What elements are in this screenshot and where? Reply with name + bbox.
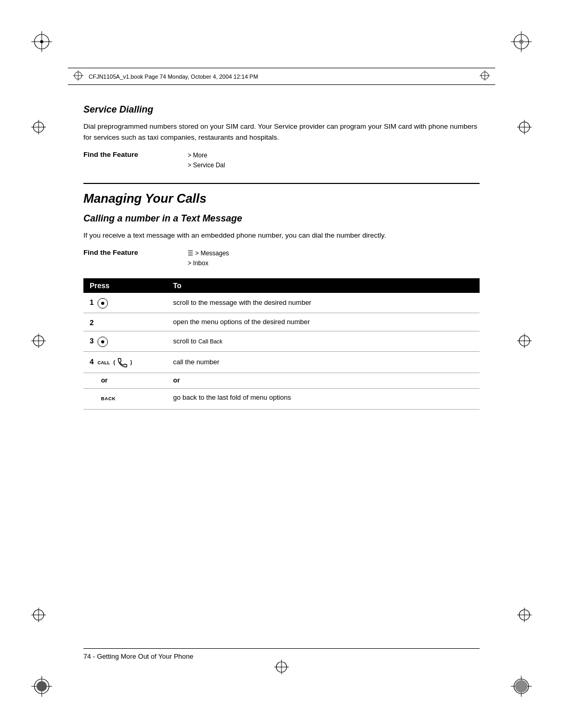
table-cell-to-1: scroll to the message with the desired n… [167, 293, 480, 313]
corner-mark-bl [31, 676, 52, 697]
side-mark-left-mid [31, 334, 46, 350]
row-num-4: 4 [90, 357, 94, 366]
back-label: BACK [101, 396, 116, 401]
row-num-1: 1 [90, 298, 94, 306]
col-header-press: Press [83, 278, 167, 293]
header-text: CFJN1105A_v1.book Page 74 Monday, Octobe… [89, 73, 258, 80]
table-cell-to-or: or [167, 373, 480, 388]
footer: 74 - Getting More Out of Your Phone [83, 648, 480, 660]
corner-mark-tl [31, 31, 52, 52]
table-cell-press-4: 4 CALL ( ) [83, 351, 167, 373]
table-row: 2 open the menu options of the desired n… [83, 313, 480, 331]
table-header-row: Press To [83, 278, 480, 293]
table-cell-to-2: open the menu options of the desired num… [167, 313, 480, 331]
calling-section-find-feature: Find the Feature ☰ > Messages > Inbox [83, 249, 480, 268]
side-mark-left-bot [31, 608, 46, 624]
service-dialling-title: Service Dialling [83, 104, 480, 115]
table-row-or: or or [83, 373, 480, 388]
bottom-center-mark [274, 660, 289, 676]
table-cell-press-3: 3 [83, 331, 167, 351]
header-crosshair-right [480, 70, 490, 82]
service-dialling-find-feature-label: Find the Feature [83, 151, 188, 158]
service-dialling-find-feature: Find the Feature > More > Service Dal [83, 151, 480, 170]
corner-mark-tr [511, 31, 532, 52]
service-dialling-find-feature-value-2: > Service Dal [188, 161, 225, 170]
table-cell-press-1: 1 [83, 293, 167, 313]
table-cell-to-back: go back to the last fold of menu options [167, 388, 480, 409]
calling-section-find-feature-values: ☰ > Messages > Inbox [188, 249, 229, 268]
calling-section-find-feature-value-2: > Inbox [188, 258, 229, 268]
side-mark-right-mid [517, 334, 532, 350]
side-mark-right-top [517, 120, 532, 136]
svg-point-15 [515, 680, 528, 693]
side-mark-left-top [31, 120, 46, 136]
header-crosshair-left [73, 70, 83, 82]
nav-icon-3 [97, 337, 108, 347]
footer-text: 74 - Getting More Out of Your Phone [83, 652, 193, 660]
chapter-title: Managing Your Calls [83, 183, 480, 206]
table-row: 1 scroll to the message with the desired… [83, 293, 480, 313]
nav-icon-1 [97, 298, 108, 309]
table-cell-press-or: or [83, 373, 167, 388]
calling-section-find-feature-value-1: ☰ > Messages [188, 249, 229, 258]
side-mark-right-bot [517, 608, 532, 624]
table-cell-to-4: call the number [167, 351, 480, 373]
service-dialling-find-feature-values: > More > Service Dal [188, 151, 225, 170]
main-content: Service Dialling Dial preprogrammed numb… [83, 94, 480, 410]
table-row: 4 CALL ( ) call the number [83, 351, 480, 373]
or-label-to: or [173, 376, 180, 384]
table-row: 3 scroll to Call Back [83, 331, 480, 351]
page: CFJN1105A_v1.book Page 74 Monday, Octobe… [0, 0, 563, 728]
row-num-2: 2 [90, 318, 94, 327]
service-dialling-find-feature-value-1: > More [188, 151, 225, 161]
svg-point-7 [519, 40, 523, 44]
svg-point-3 [40, 40, 43, 43]
header-bar: CFJN1105A_v1.book Page 74 Monday, Octobe… [68, 68, 495, 85]
svg-point-11 [36, 681, 47, 692]
call-label: CALL [97, 360, 110, 365]
calling-section-find-feature-label: Find the Feature [83, 249, 188, 256]
calling-section-title: Calling a number in a Text Message [83, 213, 480, 224]
or-label-press: or [101, 376, 108, 384]
calling-section-body: If you receive a text message with an em… [83, 230, 480, 241]
row-num-3: 3 [90, 337, 94, 345]
press-to-table: Press To 1 scroll to the message with th… [83, 278, 480, 410]
service-dialling-body: Dial preprogrammed numbers stored on you… [83, 121, 480, 143]
table-cell-to-3: scroll to Call Back [167, 331, 480, 351]
table-row-back: BACK go back to the last fold of menu op… [83, 388, 480, 409]
table-cell-press-2: 2 [83, 313, 167, 331]
col-header-to: To [167, 278, 480, 293]
phone-icon [117, 357, 128, 368]
corner-mark-br [511, 676, 532, 697]
table-cell-press-back: BACK [83, 388, 167, 409]
